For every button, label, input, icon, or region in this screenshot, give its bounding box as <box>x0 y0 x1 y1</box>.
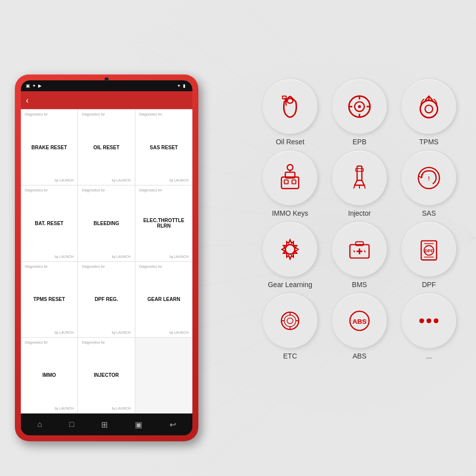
service-item-sas[interactable]: ! SAS <box>397 151 461 217</box>
cell-name <box>139 341 188 410</box>
by-launch: by LAUNCH <box>139 331 188 334</box>
screenshot-icon[interactable]: ▣ <box>135 420 142 429</box>
app-header: ‹ <box>21 91 192 109</box>
tablet-inner: ▣ ✦ ▶ ✦ ▮ ‹ <box>21 80 192 435</box>
by-launch: by LAUNCH <box>25 178 73 182</box>
by-launch: by LAUNCH <box>82 255 130 258</box>
grid-cell[interactable]: Diagnostics for GEAR LEARN by LAUNCH <box>135 262 192 338</box>
by-launch: by LAUNCH <box>139 255 188 258</box>
return-icon[interactable]: ↩ <box>170 420 176 429</box>
grid-cell[interactable]: Diagnostics for IMMO by LAUNCH <box>21 338 78 414</box>
cell-name: IMMO <box>25 344 73 407</box>
grid-cell[interactable]: Diagnostics for BAT. RESET by LAUNCH <box>21 185 78 261</box>
nav-bar: ⌂ □ ⊞ ▣ ↩ <box>21 414 192 435</box>
service-label: SAS <box>422 209 436 217</box>
cell-name: ELEC.THROTTLE RLRN <box>139 192 188 254</box>
service-label: ... <box>426 352 432 360</box>
service-item-injector[interactable]: Injector <box>327 151 392 217</box>
tablet-device: ▣ ✦ ▶ ✦ ▮ ‹ <box>15 74 198 441</box>
svg-point-54 <box>284 315 296 326</box>
menu-icon[interactable]: ⊞ <box>101 420 108 429</box>
diag-label: Diagnostics for <box>25 265 73 268</box>
service-item-oil-reset[interactable]: Oil Reset <box>258 79 322 146</box>
svg-point-13 <box>287 99 293 104</box>
diag-label: Diagnostics for <box>82 341 130 344</box>
cell-name: TPMS RESET <box>25 268 73 331</box>
grid-cell[interactable] <box>135 338 192 414</box>
service-label: EPB <box>353 138 366 146</box>
svg-point-23 <box>420 100 438 118</box>
tablet-screen: ▣ ✦ ▶ ✦ ▮ ‹ <box>21 80 192 414</box>
service-item-epb[interactable]: EPB <box>327 79 392 146</box>
home-icon[interactable]: ⌂ <box>37 420 42 429</box>
service-label: TPMS <box>419 138 439 146</box>
grid-cell[interactable]: Diagnostics for OIL RESET by LAUNCH <box>78 110 135 185</box>
service-label: DPF <box>422 281 436 289</box>
by-launch: by LAUNCH <box>82 407 130 410</box>
bt-icon: ✦ <box>32 83 36 88</box>
diag-label: Diagnostics for <box>82 188 130 192</box>
service-item-...[interactable]: ... <box>397 294 461 360</box>
service-circle <box>402 79 456 134</box>
diag-label: Diagnostics for <box>82 113 130 116</box>
svg-text:ABS: ABS <box>353 318 367 325</box>
service-circle: DPF <box>402 222 456 277</box>
grid-cell[interactable]: Diagnostics for BLEEDING by LAUNCH <box>78 185 135 261</box>
grid-cell[interactable]: Diagnostics for ELEC.THROTTLE RLRN by LA… <box>135 185 192 261</box>
status-icons-right: ✦ ▮ <box>177 83 187 88</box>
svg-text:!: ! <box>428 175 430 181</box>
cell-name: GEAR LEARN <box>139 268 188 331</box>
svg-line-47 <box>364 250 365 252</box>
cell-name: BAT. RESET <box>25 192 73 254</box>
service-item-bms[interactable]: BMS <box>327 222 392 289</box>
svg-rect-28 <box>292 180 296 184</box>
svg-rect-27 <box>284 180 288 184</box>
services-grid: Oil Reset EPB TPMS IMMO Keys Injector ! … <box>253 74 466 365</box>
service-label: ETC <box>283 352 297 360</box>
by-launch: by LAUNCH <box>25 255 73 258</box>
back-arrow-icon[interactable]: ‹ <box>26 95 29 106</box>
by-launch: by LAUNCH <box>139 178 188 182</box>
by-launch: by LAUNCH <box>25 331 73 334</box>
back-nav-icon[interactable]: □ <box>69 420 74 429</box>
service-circle <box>263 151 317 205</box>
service-item-tpms[interactable]: TPMS <box>397 79 461 146</box>
service-item-immo-keys[interactable]: IMMO Keys <box>258 151 322 217</box>
service-circle <box>402 294 456 348</box>
service-item-gear-learning[interactable]: Gear Learning <box>258 222 322 289</box>
by-launch: by LAUNCH <box>25 407 73 410</box>
grid-cell[interactable]: Diagnostics for TPMS RESET by LAUNCH <box>21 262 78 338</box>
service-item-dpf[interactable]: DPF DPF <box>397 222 461 289</box>
cell-name: BLEEDING <box>82 192 130 254</box>
tablet-camera <box>105 77 109 81</box>
status-bar: ▣ ✦ ▶ ✦ ▮ <box>21 80 192 91</box>
service-label: ABS <box>353 352 366 360</box>
grid-cell[interactable]: Diagnostics for INJECTOR by LAUNCH <box>78 338 135 414</box>
svg-text:DPF: DPF <box>424 248 433 253</box>
grid-cell[interactable]: Diagnostics for BRAKE RESET by LAUNCH <box>21 110 78 185</box>
cell-name: OIL RESET <box>82 116 130 178</box>
cell-name: DPF REG. <box>82 268 130 331</box>
service-item-etc[interactable]: ETC <box>258 294 322 360</box>
service-circle <box>332 79 387 134</box>
svg-rect-15 <box>283 96 287 99</box>
grid-cell[interactable]: Diagnostics for DPF REG. by LAUNCH <box>78 262 135 338</box>
service-label: BMS <box>352 281 367 289</box>
cell-name: BRAKE RESET <box>25 116 73 178</box>
svg-point-18 <box>358 105 361 108</box>
service-item-abs[interactable]: ABS ABS <box>327 294 392 360</box>
service-label: Gear Learning <box>268 281 312 289</box>
svg-point-64 <box>426 318 431 323</box>
service-circle <box>332 151 387 205</box>
service-circle: ! <box>402 151 456 205</box>
service-circle <box>263 294 317 348</box>
battery-icon: ▮ <box>183 83 185 88</box>
diag-label: Diagnostics for <box>139 113 188 116</box>
grid-cell[interactable]: Diagnostics for SAS RESET by LAUNCH <box>135 110 192 185</box>
by-launch: by LAUNCH <box>82 331 130 334</box>
service-label: Injector <box>348 209 371 217</box>
svg-line-46 <box>354 250 355 252</box>
diag-label: Diagnostics for <box>139 188 188 192</box>
diag-label: Diagnostics for <box>25 188 73 192</box>
cell-name: SAS RESET <box>139 116 188 178</box>
